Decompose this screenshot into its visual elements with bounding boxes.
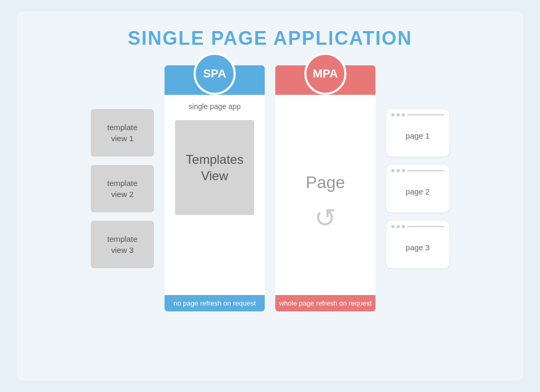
template-view-1: template view 1 [91, 109, 154, 156]
spa-body: single page app Templates View [165, 95, 265, 295]
page-box-3-header [391, 225, 444, 228]
mpa-column: MPA Page ↻ whole page refresh on request [275, 65, 375, 311]
spa-footer: no page refresh on request [165, 295, 265, 311]
dot [397, 113, 400, 116]
mpa-footer: whole page refresh on request [275, 295, 375, 311]
spa-column: SPA single page app Templates View no pa… [165, 65, 265, 311]
dot [397, 169, 400, 172]
template-view-2: template view 2 [91, 165, 154, 212]
dot-line [407, 170, 444, 171]
dot [402, 169, 405, 172]
template-view-3: template view 3 [91, 221, 154, 268]
dot [391, 169, 394, 172]
page-box-3: page 3 [386, 221, 449, 268]
page-3-label: page 3 [391, 231, 444, 264]
dot-line [407, 114, 444, 115]
page-box-2: page 2 [386, 165, 449, 212]
page-box-2-header [391, 169, 444, 172]
diagram-container: SINGLE PAGE APPLICATION template view 1 … [17, 12, 523, 380]
templates-view-box: Templates View [175, 120, 254, 215]
spa-subtitle: single page app [189, 102, 241, 111]
dot [402, 113, 405, 116]
page-2-label: page 2 [391, 175, 444, 208]
refresh-icon: ↻ [314, 203, 336, 233]
spa-circle-wrapper: SPA [165, 74, 265, 95]
page-1-label: page 1 [391, 120, 444, 152]
mpa-badge: MPA [304, 53, 346, 95]
main-title: SINGLE PAGE APPLICATION [128, 27, 412, 50]
template-views-column: template view 1 template view 2 template… [91, 109, 154, 268]
dot [391, 113, 394, 116]
mpa-body: Page ↻ [275, 95, 375, 295]
diagram-body: template view 1 template view 2 template… [38, 65, 502, 311]
page-box-1-header [391, 113, 444, 116]
spa-badge: SPA [194, 53, 236, 95]
page-views-column: page 1 page 2 page 3 [386, 109, 449, 268]
dot [402, 225, 405, 228]
mpa-page-label: Page [306, 173, 345, 192]
page-box-1: page 1 [386, 109, 449, 156]
mpa-circle-wrapper: MPA [275, 74, 375, 95]
dot [391, 225, 394, 228]
dot-line [407, 226, 444, 227]
dot [397, 225, 400, 228]
